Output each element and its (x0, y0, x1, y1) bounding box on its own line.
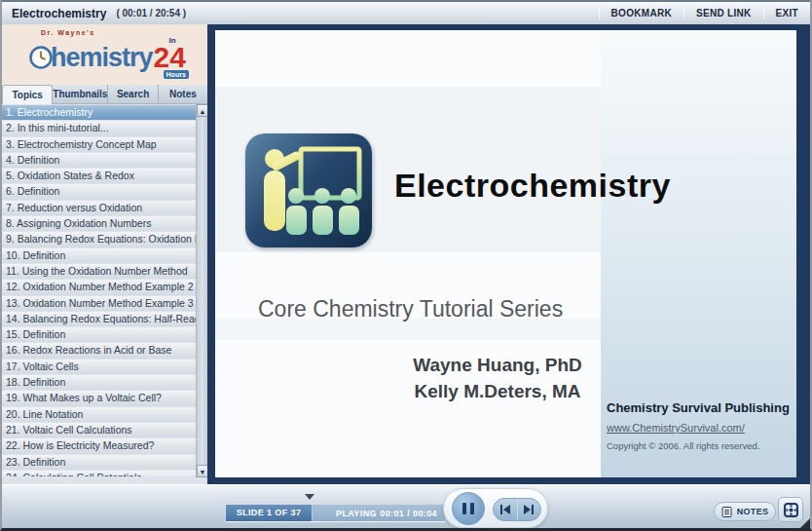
next-icon (523, 505, 535, 514)
slide-canvas: Electrochemistry Core Chemistry Tutorial… (215, 30, 796, 477)
logo-tagline: Dr. Wayne's (41, 29, 95, 36)
send-link-button[interactable]: SEND LINK (683, 8, 763, 19)
publisher-name: Chemistry Survival Publishing (607, 400, 792, 415)
topic-item[interactable]: 8. Assigning Oxidation Numbers (2, 216, 196, 231)
course-player-window: Electrochemistry ( 00:01 / 20:54 ) BOOKM… (0, 0, 812, 531)
playback-status: PLAYING (336, 509, 377, 518)
playback-controls (443, 488, 548, 528)
topic-item[interactable]: 11. Using the Oxidation Number Method (2, 264, 196, 279)
topic-item[interactable]: 13. Oxidation Number Method Example 3 (2, 296, 196, 311)
pause-icon (462, 503, 466, 514)
copyright-text: Copyright © 2006. All rights reserved. (607, 440, 792, 451)
topic-item[interactable]: 9. Balancing Redox Equations: Oxidation … (2, 232, 196, 247)
playback-time: 00:01 / 00:04 (380, 509, 437, 518)
topic-item[interactable]: 21. Voltaic Cell Calculations (2, 423, 196, 437)
tab-thumbnails[interactable]: Thumbnails (53, 85, 108, 104)
author-line: Wayne Huang, PhD (371, 352, 624, 378)
topic-item[interactable]: 15. Definition (2, 327, 196, 342)
notes-button[interactable]: NOTES (714, 502, 776, 521)
clock-icon (29, 46, 53, 69)
next-slide-button[interactable] (518, 499, 541, 520)
slide-title: Electrochemistry (394, 167, 671, 205)
brand-logo: Dr. Wayne's hemistry In 24 Hours (2, 24, 207, 85)
publisher-website-link[interactable]: www.ChemistrySurvival.com/ (607, 422, 792, 434)
slide-indicator[interactable]: SLIDE 1 OF 37 (226, 505, 313, 521)
playback-segment[interactable]: PLAYING 00:01 / 00:04 (313, 505, 445, 521)
topic-item[interactable]: 19. What Makes up a Voltaic Cell? (2, 391, 196, 405)
notes-label: NOTES (737, 507, 769, 516)
topic-item[interactable]: 1. Electrochemistry (2, 105, 196, 120)
topic-item[interactable]: 17. Voltaic Cells (2, 360, 196, 374)
topics-scrollbar[interactable]: ▲ ▼ (196, 104, 207, 477)
pause-button[interactable] (452, 492, 485, 525)
topics-list: 1. Electrochemistry2. In this mini-tutor… (2, 104, 196, 476)
title-bar: Electrochemistry ( 00:01 / 20:54 ) BOOKM… (2, 0, 810, 24)
topic-item[interactable]: 23. Definition (2, 455, 196, 470)
fullscreen-icon (783, 502, 799, 518)
topic-item[interactable]: 16. Redox Reactions in Acid or Base (2, 343, 196, 358)
progress-bar[interactable]: SLIDE 1 OF 37 PLAYING 00:01 / 00:04 (226, 505, 445, 521)
seek-marker-icon[interactable] (305, 494, 314, 500)
tab-topics[interactable]: Topics (2, 85, 53, 104)
pause-icon (470, 503, 474, 514)
player-bar: SLIDE 1 OF 37 PLAYING 00:01 / 00:04 (2, 484, 810, 528)
publisher-block: Chemistry Survival Publishing www.Chemis… (607, 400, 792, 451)
notes-document-icon (721, 507, 732, 517)
titlebar-actions: BOOKMARK SEND LINK EXIT (599, 2, 810, 24)
tab-notes[interactable]: Notes (159, 85, 207, 104)
topic-item[interactable]: 18. Definition (2, 375, 196, 390)
topic-item[interactable]: 5. Oxidation States & Redox (2, 169, 196, 183)
topic-item[interactable]: 3. Electrochemistry Concept Map (2, 137, 196, 152)
topic-item[interactable]: 20. Line Notation (2, 407, 196, 422)
sidebar-tabs: Topics Thumbnails Search Notes (2, 85, 207, 104)
topic-item[interactable]: 24. Calculating Cell Potentials (2, 471, 196, 476)
window-resize-grip[interactable] (800, 518, 810, 528)
previous-slide-button[interactable] (494, 499, 518, 520)
skip-controls (493, 498, 541, 521)
tab-search[interactable]: Search (108, 85, 158, 104)
author-line: Kelly M.Deters, MA (371, 378, 624, 404)
course-elapsed-time: ( 00:01 / 20:54 ) (116, 8, 186, 19)
previous-icon (499, 505, 511, 514)
exit-button[interactable]: EXIT (763, 8, 810, 19)
course-title: Electrochemistry (12, 7, 106, 20)
topic-item[interactable]: 6. Definition (2, 184, 196, 199)
topic-item[interactable]: 2. In this mini-tutorial... (2, 121, 196, 135)
logo-word: hemistry (51, 45, 153, 71)
slide-stage: Electrochemistry Core Chemistry Tutorial… (207, 24, 810, 484)
logo-number: 24 (154, 45, 186, 70)
sidebar: Dr. Wayne's hemistry In 24 Hours Topics … (2, 24, 207, 484)
topic-item[interactable]: 22. How is Electricity Measured? (2, 438, 196, 453)
topic-item[interactable]: 7. Reduction versus Oxidation (2, 201, 196, 215)
classroom-teacher-icon (245, 133, 372, 247)
topic-item[interactable]: 10. Definition (2, 248, 196, 263)
slide-authors: Wayne Huang, PhD Kelly M.Deters, MA (371, 352, 624, 404)
logo-hours: Hours (164, 70, 189, 79)
topic-item[interactable]: 12. Oxidation Number Method Example 2 (2, 280, 196, 294)
topic-item[interactable]: 4. Definition (2, 153, 196, 168)
topic-item[interactable]: 14. Balancing Redox Equations: Half-Reac… (2, 312, 196, 326)
slide-series-subtitle: Core Chemistry Tutorial Series (258, 296, 563, 322)
bookmark-button[interactable]: BOOKMARK (599, 8, 683, 19)
